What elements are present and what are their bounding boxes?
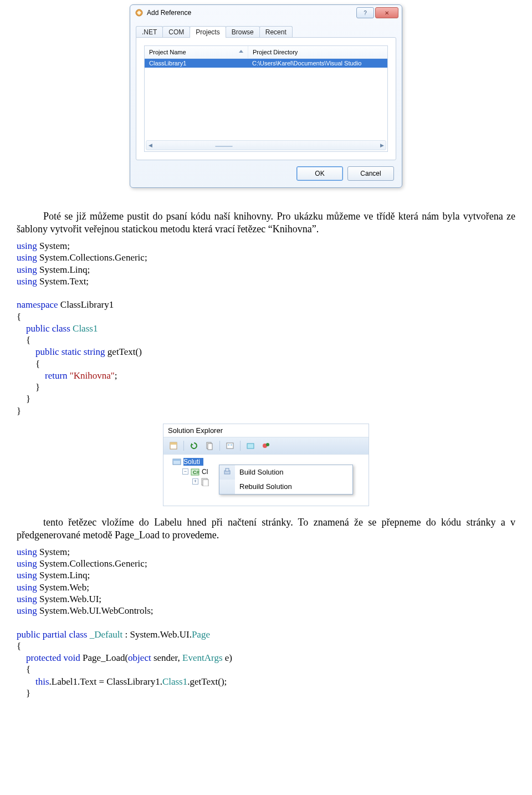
view-code-icon[interactable] [259, 440, 273, 452]
scroll-left-icon[interactable]: ◀ [146, 141, 154, 150]
paragraph-2: tento řetězec vložíme do Labelu hned při… [17, 516, 515, 542]
sort-ascending-icon [239, 50, 243, 53]
scroll-right-icon[interactable]: ▶ [378, 141, 386, 150]
cell-project-name: ClassLibrary1 [145, 60, 248, 67]
horizontal-scrollbar[interactable]: ◀ ▶ [146, 140, 386, 150]
project-node[interactable]: Cl [202, 468, 208, 476]
column-project-name[interactable]: Project Name [145, 46, 248, 58]
properties-icon[interactable] [167, 440, 180, 452]
show-all-files-icon[interactable] [203, 440, 216, 452]
svg-rect-2 [170, 442, 177, 445]
references-icon [201, 477, 209, 486]
context-menu: Build Solution Rebuild Solution [219, 465, 353, 495]
solution-explorer-toolbar [163, 437, 369, 455]
ctx-build-solution[interactable]: Build Solution [219, 465, 352, 480]
column-project-directory[interactable]: Project Directory [248, 46, 387, 58]
tab-recent[interactable]: Recent [259, 26, 293, 38]
class-view-icon[interactable] [244, 440, 257, 452]
csharp-project-icon: C# [191, 467, 200, 476]
dialog-titlebar[interactable]: Add Reference ? ✕ [130, 5, 402, 21]
build-icon [223, 467, 231, 477]
dialog-tabs: .NET COM Projects Browse Recent [136, 26, 396, 38]
help-button[interactable]: ? [356, 7, 374, 18]
tab-projects[interactable]: Projects [190, 26, 226, 38]
expand-icon[interactable]: − [182, 468, 188, 475]
svg-rect-12 [173, 459, 181, 461]
svg-rect-18 [226, 468, 229, 471]
svg-rect-7 [231, 444, 232, 446]
svg-rect-6 [228, 444, 229, 446]
tab-com[interactable]: COM [162, 26, 190, 38]
cancel-button[interactable]: Cancel [347, 166, 394, 181]
app-icon [135, 8, 144, 17]
ctx-rebuild-solution[interactable]: Rebuild Solution [219, 480, 352, 494]
tab-net[interactable]: .NET [136, 26, 163, 38]
svg-rect-5 [227, 443, 233, 449]
solution-icon [172, 457, 181, 466]
solution-explorer-title: Solution Explorer [163, 424, 369, 437]
column-header-text: Project Name [149, 49, 186, 55]
code-block-1: using System; using System.Collections.G… [17, 240, 515, 417]
list-row-selected[interactable]: ClassLibrary1 C:\Users\Karel\Documents\V… [145, 59, 387, 68]
code-block-2: using System; using System.Collections.G… [17, 546, 515, 699]
ok-button[interactable]: OK [296, 166, 343, 181]
dialog-title: Add Reference [147, 9, 356, 17]
add-reference-dialog: Add Reference ? ✕ .NET COM Projects Brow… [130, 4, 402, 188]
svg-text:C#: C# [193, 470, 200, 475]
solution-tree[interactable]: Soluti − C# Cl + [163, 455, 369, 506]
svg-rect-8 [247, 444, 254, 449]
solution-explorer-panel: Solution Explorer [163, 424, 369, 506]
scroll-thumb[interactable] [215, 146, 233, 147]
refresh-icon[interactable] [187, 440, 201, 452]
paragraph-1: Poté se již můžeme pustit do psaní kódu … [17, 210, 515, 236]
solution-node[interactable]: Soluti [183, 458, 203, 466]
svg-rect-4 [208, 444, 212, 450]
ctx-item-label: Build Solution [239, 468, 284, 476]
projects-listview[interactable]: Project Name Project Directory ClassLibr… [144, 45, 388, 152]
svg-rect-16 [203, 480, 208, 486]
close-button[interactable]: ✕ [375, 7, 398, 18]
cell-project-dir: C:\Users\Karel\Documents\Visual Studio [248, 60, 387, 67]
dialog-tab-panel: Project Name Project Directory ClassLibr… [136, 37, 396, 160]
ctx-item-label: Rebuild Solution [239, 482, 292, 491]
tab-browse[interactable]: Browse [226, 26, 260, 38]
svg-point-10 [266, 443, 269, 446]
view-designer-icon[interactable] [223, 440, 237, 452]
expand-icon[interactable]: + [192, 478, 198, 485]
